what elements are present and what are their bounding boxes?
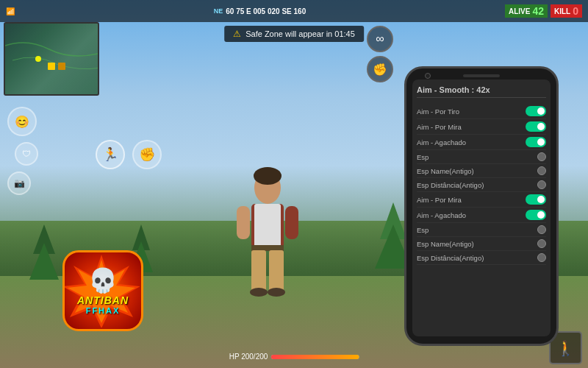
settings-label-5: Esp Distância(Antigo) (417, 181, 484, 189)
game-character (223, 166, 312, 313)
settings-label-7: Aim - Agachado (417, 211, 466, 219)
minimap (4, 22, 99, 96)
settings-label-0: Aim - Por Tiro (417, 107, 459, 116)
character-icon: 🚶 (556, 339, 575, 357)
settings-label-9: Esp Name(Antigo) (417, 240, 474, 248)
fist-button[interactable]: ✊ (132, 140, 162, 169)
settings-label-2: Aim - Agachado (417, 138, 466, 146)
fist-icon: ✊ (139, 146, 155, 163)
shield-icon: 🛡 (22, 149, 31, 159)
skull-icon: 💀 (88, 266, 118, 294)
minimap-terrain (5, 24, 99, 96)
hp-bar: HP 200/200 (229, 353, 359, 361)
hp-fill (270, 355, 359, 359)
dot-indicator-4 (537, 166, 546, 175)
svg-rect-8 (251, 250, 266, 291)
hud-compass: NE 60 75 E 005 020 SE 160 (214, 7, 306, 15)
run-button[interactable]: 🏃 (96, 140, 125, 169)
dot-indicator-9 (537, 239, 546, 248)
camera-button[interactable]: 📷 (7, 171, 31, 195)
toggle-on-6[interactable] (526, 194, 546, 205)
antiban-logo: 💀 ANTIBAN FFHAX (62, 250, 143, 331)
svg-rect-2 (58, 63, 65, 70)
compass-values: 60 75 E 005 020 SE 160 (226, 7, 306, 15)
settings-label-8: Esp (417, 226, 429, 234)
dot-indicator-5 (537, 180, 546, 189)
character-svg (223, 166, 312, 313)
svg-point-10 (250, 288, 268, 297)
phone-container: Aim - Smooth : 42x Aim - Por TiroAim - P… (404, 66, 559, 346)
svg-rect-7 (251, 245, 284, 251)
settings-row-0: Aim - Por Tiro (417, 104, 546, 119)
tree-1 (29, 224, 59, 280)
hp-track (270, 355, 359, 359)
settings-row-5: Esp Distância(Antigo) (417, 178, 546, 192)
run-icon: 🏃 (102, 146, 118, 163)
settings-label-6: Aim - Por Mira (417, 196, 462, 204)
dot-indicator-8 (537, 225, 546, 234)
settings-label-10: Esp Distância(Antigo) (417, 254, 484, 262)
phone-speaker (463, 74, 500, 77)
settings-row-7: Aim - Agachado (417, 208, 546, 223)
svg-rect-1 (48, 63, 55, 70)
smile-icon: 😊 (15, 115, 29, 129)
phone-frame: Aim - Smooth : 42x Aim - Por TiroAim - P… (404, 66, 559, 346)
alive-counter: ALIVE 42 (505, 4, 548, 18)
dot-indicator-3 (537, 152, 546, 161)
alive-label: ALIVE (509, 7, 530, 15)
settings-label-1: Aim - Por Mira (417, 123, 462, 131)
hud-left-section: 📶 (6, 7, 15, 15)
top-right-icons: ∞ ✊ (367, 26, 393, 82)
run-buttons: 🏃 ✊ (96, 140, 162, 169)
settings-row-6: Aim - Por Mira (417, 192, 546, 208)
compass-ne: NE (214, 7, 223, 15)
alive-count: 42 (532, 5, 544, 17)
hud-right-section: ALIVE 42 KILL 0 (505, 4, 582, 18)
hud-top-bar: 📶 NE 60 75 E 005 020 SE 160 ALIVE 42 KIL… (0, 0, 588, 22)
hp-text: HP 200/200 (229, 353, 268, 361)
settings-rows-container: Aim - Por TiroAim - Por MiraAim - Agacha… (417, 104, 546, 265)
svg-point-11 (268, 288, 285, 297)
top-fist-button[interactable]: ✊ (367, 56, 393, 82)
svg-point-0 (35, 56, 41, 62)
kill-label: KILL (554, 7, 570, 15)
shield-button[interactable]: 🛡 (15, 142, 38, 166)
antiban-title: ANTIBAN (77, 294, 129, 306)
svg-rect-9 (269, 250, 284, 291)
wifi-icon: 📶 (6, 7, 15, 15)
dot-indicator-10 (537, 253, 546, 262)
safe-zone-notification: ⚠ Safe Zone will appear in 01:45 (224, 26, 364, 42)
toggle-on-7[interactable] (526, 210, 546, 220)
toggle-on-0[interactable] (526, 106, 546, 116)
safe-zone-text: Safe Zone will appear in 01:45 (245, 29, 355, 38)
settings-row-10: Esp Distância(Antigo) (417, 251, 546, 265)
hud-left-controls: 😊 🛡 📷 (7, 107, 38, 195)
settings-row-9: Esp Name(Antigo) (417, 237, 546, 251)
warning-icon: ⚠ (233, 29, 241, 39)
settings-row-2: Aim - Agachado (417, 135, 546, 150)
settings-row-4: Esp Name(Antigo) (417, 164, 546, 178)
svg-point-4 (254, 167, 282, 185)
settings-label-4: Esp Name(Antigo) (417, 167, 474, 175)
camera-icon: 📷 (14, 178, 25, 188)
settings-row-8: Esp (417, 223, 546, 237)
settings-row-1: Aim - Por Mira (417, 119, 546, 135)
smile-button[interactable]: 😊 (7, 107, 37, 136)
ffhax-subtitle: FFHAX (86, 306, 121, 315)
infinity-button[interactable]: ∞ (367, 26, 393, 52)
kill-count: 0 (573, 5, 578, 17)
svg-rect-6 (254, 204, 281, 248)
toggle-on-2[interactable] (526, 137, 546, 147)
settings-header: Aim - Smooth : 42x (417, 85, 546, 98)
settings-row-3: Esp (417, 150, 546, 164)
infinity-icon: ∞ (376, 32, 384, 46)
kill-counter: KILL 0 (551, 4, 582, 18)
settings-label-3: Esp (417, 153, 429, 161)
toggle-on-1[interactable] (526, 121, 546, 132)
phone-screen: Aim - Smooth : 42x Aim - Por TiroAim - P… (412, 79, 551, 336)
svg-rect-13 (285, 206, 298, 239)
phone-camera (425, 73, 431, 79)
top-fist-icon: ✊ (373, 63, 387, 77)
svg-rect-12 (237, 206, 250, 239)
